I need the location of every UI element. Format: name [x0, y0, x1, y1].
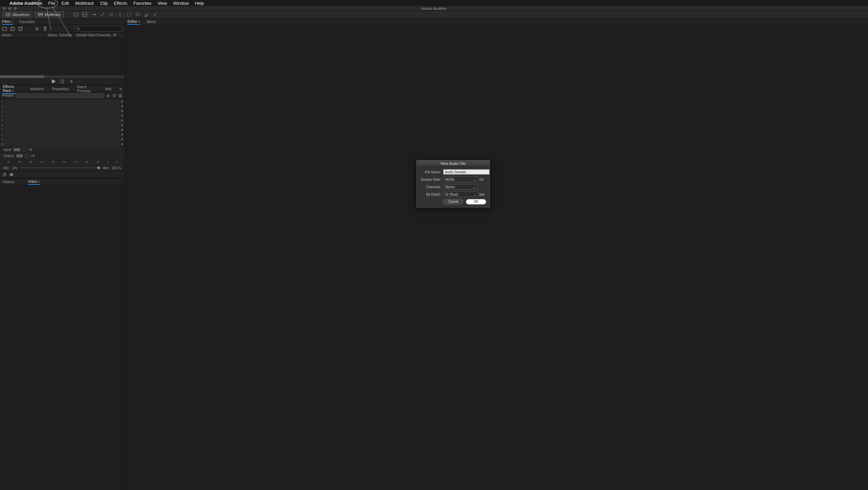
menu-favorites[interactable]: Favorites: [133, 1, 151, 6]
col-status[interactable]: Status: [47, 33, 59, 37]
new-file-icon[interactable]: [18, 26, 23, 31]
tab-files[interactable]: Files: [2, 19, 13, 25]
slot-arrow-icon[interactable]: ▶: [120, 142, 124, 145]
tool-heal-icon[interactable]: [153, 12, 158, 17]
mix-slider[interactable]: [20, 168, 100, 168]
output-value: +0: [31, 154, 35, 158]
rack-slot: 7▶: [0, 128, 124, 132]
slot-arrow-icon[interactable]: ▶: [120, 109, 124, 112]
menu-edit[interactable]: Edit: [61, 1, 69, 6]
output-knob[interactable]: [25, 154, 29, 158]
slot-arrow-icon[interactable]: ▶: [120, 100, 124, 103]
output-row: Output: +0: [0, 153, 124, 159]
tool-brush-icon[interactable]: [144, 12, 149, 17]
tool-slip-icon[interactable]: [108, 12, 114, 17]
tab-favorites[interactable]: Favorites: [20, 19, 35, 24]
menu-file[interactable]: File: [48, 1, 55, 6]
editor-tabs: Editor Mixer: [125, 18, 868, 25]
channels-value: Stereo: [445, 185, 455, 189]
history-video-tabs: History Video: [0, 178, 124, 185]
multitrack-mode-button[interactable]: Multitrack: [35, 12, 64, 18]
waveform-mode-button[interactable]: Waveform: [3, 12, 32, 18]
menu-clip[interactable]: Clip: [100, 1, 107, 6]
loop-icon[interactable]: [60, 79, 64, 83]
menu-window[interactable]: Window: [173, 1, 189, 6]
menu-help[interactable]: Help: [195, 1, 204, 6]
slot-arrow-icon[interactable]: ▶: [120, 133, 124, 136]
col-channels[interactable]: Channels: [96, 33, 113, 37]
cancel-button[interactable]: Cancel: [443, 199, 463, 204]
tool-razor-icon[interactable]: [100, 12, 105, 17]
effects-rack-tabs: Effects Rack Markers Properties Batch Pr…: [0, 85, 124, 92]
db-scale: dB -54 -48 -42 -36 -30 -24 -18 -12 -6 0: [0, 159, 124, 165]
delete-preset-icon[interactable]: [112, 94, 116, 98]
input-value: +0: [28, 148, 32, 152]
traffic-zoom-icon[interactable]: [14, 7, 17, 10]
traffic-minimize-icon[interactable]: [8, 7, 12, 10]
files-hscroll[interactable]: [0, 75, 124, 78]
rack-slot: 8▶: [0, 132, 124, 137]
slot-arrow-icon[interactable]: ▶: [120, 114, 124, 117]
tab-markers[interactable]: Markers: [31, 86, 44, 92]
tab-editor[interactable]: Editor: [127, 19, 140, 25]
slot-arrow-icon[interactable]: ▶: [120, 128, 124, 131]
col-duration[interactable]: Duration: [59, 33, 76, 37]
files-panel-tabs: Files Favorites: [0, 18, 124, 25]
samplerate-select[interactable]: 44100 ⌄: [443, 177, 477, 182]
play-icon[interactable]: [52, 79, 56, 83]
trash-icon[interactable]: [43, 26, 47, 31]
svg-rect-18: [113, 95, 115, 97]
mix-slider-thumb[interactable]: [97, 166, 100, 169]
slot-arrow-icon[interactable]: ▶: [120, 104, 124, 107]
tabs-overflow-icon[interactable]: »: [119, 86, 122, 91]
save-preset-icon[interactable]: [106, 94, 110, 98]
menu-multitrack[interactable]: Multitrack: [75, 1, 94, 6]
files-hscroll-thumb[interactable]: [0, 75, 44, 78]
multitrack-icon: [38, 13, 43, 16]
favorite-preset-icon[interactable]: [118, 94, 122, 98]
traffic-close-icon[interactable]: [3, 7, 6, 10]
chevron-down-icon: ⌄: [473, 178, 476, 181]
presets-dropdown[interactable]: [17, 93, 104, 98]
import-icon[interactable]: [10, 26, 15, 31]
edit-icon[interactable]: [9, 173, 14, 177]
tab-match[interactable]: Mat: [105, 86, 111, 92]
open-file-icon[interactable]: [2, 26, 7, 31]
power-icon[interactable]: [3, 173, 7, 177]
tab-properties[interactable]: Properties: [52, 86, 69, 92]
tab-video[interactable]: Video: [28, 179, 40, 185]
col-samplerate[interactable]: Sample Rate: [76, 33, 96, 37]
input-label: Input:: [3, 148, 12, 152]
input-knob[interactable]: [22, 148, 26, 152]
tool-icons-group: [73, 12, 158, 17]
tool-move-icon[interactable]: [91, 12, 96, 17]
channels-select[interactable]: Stereo ⌄: [443, 184, 477, 190]
col-bitdepth[interactable]: Bi: [113, 33, 120, 37]
ok-button[interactable]: OK: [466, 199, 486, 204]
menu-effects[interactable]: Effects: [114, 1, 127, 6]
slot-arrow-icon[interactable]: ▶: [120, 123, 124, 126]
filename-input[interactable]: [443, 169, 490, 175]
window-title: Adobe Audition: [421, 6, 447, 11]
slot-arrow-icon[interactable]: ▶: [120, 138, 124, 141]
slot-arrow-icon[interactable]: ▶: [120, 119, 124, 122]
menu-view[interactable]: View: [158, 1, 167, 6]
tab-history[interactable]: History: [3, 179, 14, 184]
close-file-icon[interactable]: [35, 26, 39, 31]
app-name[interactable]: Adobe Audition: [9, 1, 42, 6]
tab-mixer[interactable]: Mixer: [147, 19, 156, 24]
autoplay-icon[interactable]: [69, 79, 73, 83]
window-chrome: Adobe Audition: [0, 6, 868, 11]
tool-marquee-icon[interactable]: [126, 12, 132, 17]
tool-spectral-icon[interactable]: [82, 12, 87, 17]
tool-hud-icon[interactable]: [73, 12, 79, 17]
files-search-input[interactable]: [75, 26, 122, 32]
rack-slot: 3▶: [0, 109, 124, 113]
col-name[interactable]: Name ↑: [0, 33, 47, 37]
tool-lasso-icon[interactable]: [135, 12, 140, 17]
rack-slot: 5▶: [0, 118, 124, 123]
tool-time-icon[interactable]: [117, 12, 123, 17]
mix-pct: 100 %: [112, 166, 121, 170]
files-columns-header: Name ↑ Status Duration Sample Rate Chann…: [0, 33, 124, 38]
bitdepth-select[interactable]: 32 (float) ⌄: [443, 192, 477, 197]
